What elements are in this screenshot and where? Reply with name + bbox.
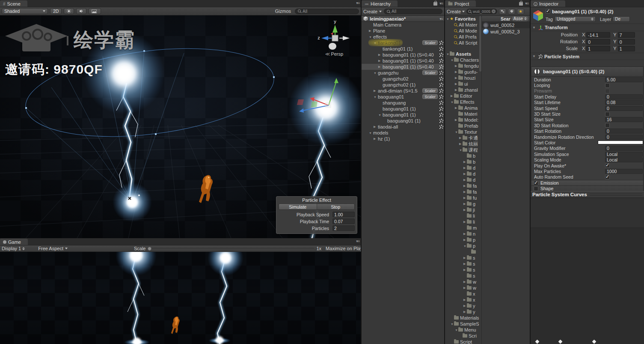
projection-mode-label[interactable]: ≪Persp <box>314 51 355 57</box>
lock-icon[interactable] <box>433 2 437 6</box>
foldout-arrow[interactable]: ▶ <box>463 280 467 284</box>
foldout-arrow[interactable]: ▶ <box>455 76 458 80</box>
project-tree-item[interactable]: m <box>445 225 481 231</box>
hierarchy-item[interactable]: baoguang01 (1) <box>362 118 444 124</box>
hierarchy-item[interactable]: ▶ hz (1) <box>362 136 444 142</box>
project-tree-item[interactable]: s <box>445 273 481 279</box>
curve-preset-dot[interactable] <box>558 340 563 344</box>
hierarchy-item[interactable]: ▼ baoguang01 Scaler <box>362 94 444 100</box>
audio-toggle-button[interactable] <box>76 8 86 14</box>
project-tree-item[interactable]: ▶ b <box>445 159 481 165</box>
slider-knob[interactable] <box>148 247 151 251</box>
foldout-arrow[interactable]: ▼ <box>455 329 458 332</box>
tab-inspector[interactable]: i Inspector <box>531 0 565 7</box>
foldout-arrow[interactable]: ▶ <box>463 256 467 260</box>
foldout-arrow[interactable]: ▶ <box>463 196 467 200</box>
project-tree-item[interactable]: ▶ 卡通 <box>445 135 481 141</box>
foldout-arrow[interactable]: ▼ <box>455 131 458 134</box>
foldout-arrow[interactable]: ▶ <box>455 118 458 122</box>
field-value[interactable]: Local <box>605 152 643 157</box>
field-checkbox[interactable] <box>605 123 610 128</box>
project-tree-item[interactable]: ▶ ji <box>445 207 481 213</box>
project-tree-item[interactable] <box>445 249 481 255</box>
field-checkbox[interactable] <box>605 89 610 93</box>
project-tree-item[interactable]: ▼ ★ Favorites <box>445 16 481 22</box>
project-search-input[interactable]: wuti_0005 × <box>466 9 497 14</box>
foldout-arrow[interactable]: ▶ <box>463 178 467 182</box>
particle-effect-row-value[interactable]: 2 <box>332 225 355 231</box>
foldout-arrow[interactable]: ▼ <box>369 36 373 39</box>
saved-search-button[interactable]: ★ <box>517 9 524 15</box>
project-tree-item[interactable]: Materi <box>445 111 481 117</box>
pane-menu-icon[interactable]: ▾≡ <box>356 1 359 5</box>
project-tree-item[interactable]: ▼ Menu <box>445 327 481 333</box>
foldout-arrow[interactable]: ▶ <box>455 70 458 74</box>
field-value[interactable]: Local <box>605 157 643 162</box>
project-tree-item[interactable]: ▶ y <box>445 303 481 309</box>
axis-gizmo[interactable]: y z ≪Persp <box>314 18 355 57</box>
project-tree-item[interactable]: ▶ s <box>445 261 481 267</box>
foldout-arrow[interactable]: ▶ <box>463 172 467 176</box>
project-tree-item[interactable]: ▼ SampleS <box>445 321 481 327</box>
foldout-arrow[interactable]: ▶ <box>455 64 458 68</box>
scaler-badge[interactable]: Scaler <box>422 94 438 99</box>
tag-dropdown[interactable]: Untagged <box>555 16 596 22</box>
hierarchy-item[interactable]: ▶ andi-dimian (S=1.5 Scaler <box>362 88 444 94</box>
transform-y-field[interactable]: 0 <box>618 39 635 45</box>
foldout-arrow[interactable]: ▼ <box>374 42 378 45</box>
field-value[interactable]: 0 <box>605 135 643 140</box>
create-dropdown[interactable]: Create <box>447 9 465 14</box>
foldout-arrow[interactable]: ▼ <box>369 132 373 135</box>
project-tree-item[interactable]: ▼ Textur <box>445 129 481 135</box>
project-tree-item[interactable]: All Prefa <box>445 34 481 40</box>
foldout-arrow[interactable]: ▼ <box>532 54 537 58</box>
project-tree-item[interactable]: ▶ w <box>445 285 481 291</box>
field-value[interactable]: 16 <box>605 117 643 122</box>
project-tree-item[interactable]: ▶ Model: <box>445 117 481 123</box>
project-tree-item[interactable]: ▶ s <box>445 267 481 273</box>
project-tree-item[interactable]: Scri <box>445 333 481 339</box>
foldout-arrow[interactable]: ▶ <box>463 184 467 188</box>
particle-curves-header[interactable]: Particle System Curves <box>531 191 644 197</box>
hierarchy-search-input[interactable]: All <box>384 9 442 14</box>
tree-scrollbar[interactable] <box>479 16 481 72</box>
project-tree-item[interactable]: ▶ d <box>445 165 481 171</box>
foldout-arrow[interactable]: ▶ <box>463 232 467 236</box>
game-viewport[interactable] <box>0 252 361 344</box>
search-by-label-button[interactable] <box>508 9 515 15</box>
lock-icon[interactable] <box>519 2 523 6</box>
2d-toggle-button[interactable]: 2D <box>50 8 62 14</box>
project-tree-item[interactable]: Prefab <box>445 123 481 129</box>
hierarchy-item[interactable]: ▼ guangzhu Scaler <box>362 70 444 76</box>
hierarchy-item[interactable]: guangzhu02 <box>362 76 444 82</box>
foldout-arrow[interactable]: ▶ <box>463 298 467 302</box>
foldout-arrow[interactable]: ▶ <box>463 208 467 212</box>
foldout-arrow[interactable]: ▶ <box>374 89 378 93</box>
project-tree-item[interactable]: ▶ d <box>445 171 481 177</box>
emission-checkbox[interactable] <box>534 181 538 185</box>
foldout-arrow[interactable]: ▼ <box>446 53 450 56</box>
particle-curves-area[interactable] <box>531 197 644 344</box>
stop-button[interactable]: Stop <box>317 204 355 209</box>
tab-project[interactable]: Project <box>445 0 476 7</box>
foldout-arrow[interactable]: ▼ <box>374 72 378 75</box>
foldout-arrow[interactable]: ▼ <box>459 149 463 152</box>
project-tree-item[interactable]: ▶ s <box>445 255 481 261</box>
foldout-arrow[interactable]: ▶ <box>459 142 463 146</box>
create-dropdown[interactable]: Create <box>363 9 382 14</box>
aspect-dropdown[interactable]: Free Aspect <box>38 246 68 251</box>
foldout-arrow[interactable]: ▼ <box>446 18 450 21</box>
simulate-button[interactable]: Simulate <box>279 204 317 209</box>
project-tree-item[interactable]: b <box>445 153 481 159</box>
tab-hierarchy[interactable]: ≔ Hierarchy <box>362 0 398 7</box>
foldout-arrow[interactable]: ▶ <box>374 137 378 141</box>
hierarchy-item[interactable]: Main Camera <box>362 22 444 28</box>
field-value[interactable]: 0 <box>605 146 643 151</box>
project-tree-item[interactable]: ▶ fengdu <box>445 63 481 69</box>
field-checkbox[interactable] <box>605 83 610 88</box>
foldout-arrow[interactable]: ▶ <box>463 220 467 224</box>
foldout-arrow[interactable]: ▶ <box>369 29 373 33</box>
project-tree-item[interactable]: ▼ Chacters <box>445 57 481 63</box>
foldout-arrow[interactable]: ▶ <box>455 88 458 92</box>
project-tree-item[interactable]: ▶ zhansl <box>445 87 481 93</box>
